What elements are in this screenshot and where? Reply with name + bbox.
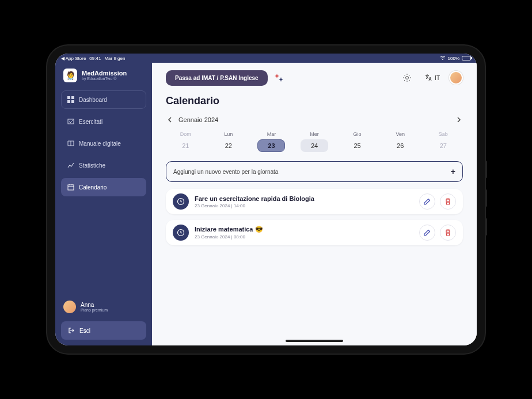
topbar-avatar[interactable] — [449, 71, 463, 85]
day-label: Dom — [180, 131, 191, 137]
day-label: Sab — [439, 131, 448, 137]
svg-rect-2 — [71, 96, 74, 99]
sidebar-item-manual[interactable]: Manuale digitale — [61, 134, 146, 153]
day-number: 22 — [215, 139, 242, 152]
logout-icon — [68, 327, 75, 334]
event-title: Fare un esercitazione rapida di Biologia — [195, 195, 413, 202]
day-number: 24 — [301, 139, 328, 152]
language-switcher[interactable]: IT — [421, 71, 443, 84]
hardware-buttons — [485, 161, 487, 235]
calendar-icon — [67, 184, 74, 191]
sidebar-item-dashboard[interactable]: Dashboard — [61, 90, 146, 109]
status-bar: ◀ App Store 09:41 Mar 9 gen 100% — [55, 54, 477, 63]
week-row: Dom21Lun22Mar23Mer24Gio25Ven26Sab27 — [166, 129, 463, 154]
day-cell[interactable]: Sab27 — [423, 129, 463, 154]
sidebar-item-label: Calendario — [79, 184, 107, 191]
practice-icon — [67, 118, 74, 125]
month-navigation: Gennaio 2024 — [166, 115, 463, 124]
sidebar-item-stats[interactable]: Statistiche — [61, 156, 146, 174]
prev-month-button[interactable] — [166, 115, 175, 124]
event-card[interactable]: Fare un esercitazione rapida di Biologia… — [166, 189, 463, 214]
sidebar-item-practice[interactable]: Esercitati — [61, 112, 146, 131]
logout-label: Esci — [79, 328, 90, 334]
day-cell[interactable]: Mar23 — [252, 129, 291, 154]
stats-icon — [67, 162, 74, 169]
user-name: Anna — [81, 302, 108, 308]
svg-rect-5 — [68, 119, 74, 124]
events-list: Fare un esercitazione rapida di Biologia… — [166, 189, 463, 251]
day-number: 25 — [344, 139, 371, 152]
battery-icon — [462, 56, 471, 60]
sidebar-item-label: Dashboard — [79, 97, 107, 103]
home-indicator[interactable] — [286, 340, 343, 342]
day-number: 23 — [257, 139, 285, 152]
brand-sub: by EducationTwo © — [82, 77, 127, 81]
svg-point-10 — [406, 77, 409, 79]
edit-event-button[interactable] — [419, 193, 435, 210]
svg-point-0 — [442, 59, 443, 60]
upgrade-cta-button[interactable]: Passa ad IMAT / P.SAN Inglese — [166, 70, 268, 86]
tablet-frame: ◀ App Store 09:41 Mar 9 gen 100% 🧑‍⚕️ Me… — [47, 45, 485, 354]
settings-button[interactable] — [399, 70, 415, 86]
svg-rect-3 — [67, 100, 70, 103]
add-event-label: Aggiungi un nuovo evento per la giornata — [173, 169, 278, 175]
main-content: • • • Passa ad IMAT / P.SAN Inglese — [152, 63, 477, 345]
translate-icon — [424, 74, 432, 82]
add-event-button[interactable]: Aggiungi un nuovo evento per la giornata… — [166, 161, 463, 182]
sidebar-item-calendar[interactable]: Calendario — [61, 178, 146, 196]
user-plan: Piano premium — [81, 308, 108, 313]
language-code: IT — [435, 75, 440, 81]
sidebar-item-label: Esercitati — [79, 119, 102, 125]
brand[interactable]: 🧑‍⚕️ MedAdmission by EducationTwo © — [61, 69, 146, 82]
event-card[interactable]: Iniziare matematica 😎 23 Gennaio 2024 | … — [166, 220, 463, 245]
brand-logo-icon: 🧑‍⚕️ — [63, 69, 77, 82]
day-number: 21 — [172, 139, 199, 152]
delete-event-button[interactable] — [440, 193, 456, 210]
status-time: 09:41 — [89, 56, 101, 61]
delete-event-button[interactable] — [440, 225, 456, 241]
wifi-icon — [440, 56, 446, 60]
page-title: Calendario — [166, 95, 463, 107]
book-icon — [67, 140, 74, 147]
event-meta: 23 Gennaio 2024 | 08:00 — [195, 234, 413, 240]
dashboard-icon — [67, 96, 74, 103]
status-back[interactable]: ◀ App Store — [61, 56, 86, 61]
avatar — [63, 301, 76, 313]
day-cell[interactable]: Dom21 — [166, 129, 206, 154]
clock-icon — [173, 225, 189, 241]
day-label: Mer — [310, 131, 319, 137]
next-month-button[interactable] — [454, 115, 463, 124]
day-cell[interactable]: Mer24 — [295, 129, 335, 154]
day-cell[interactable]: Ven26 — [381, 129, 420, 154]
battery-pct: 100% — [448, 56, 459, 61]
sparkle-icon[interactable] — [273, 73, 284, 83]
day-number: 26 — [386, 139, 414, 152]
drag-handle-icon: • • • — [308, 63, 321, 63]
plus-icon: + — [451, 167, 455, 176]
day-number: 27 — [430, 139, 457, 152]
day-label: Ven — [396, 131, 405, 137]
svg-rect-4 — [71, 100, 74, 103]
sidebar: 🧑‍⚕️ MedAdmission by EducationTwo © Dash… — [55, 63, 152, 345]
topbar: Passa ad IMAT / P.SAN Inglese — [166, 70, 463, 86]
event-title: Iniziare matematica 😎 — [195, 226, 413, 233]
day-label: Gio — [354, 131, 362, 137]
svg-rect-6 — [68, 185, 74, 190]
user-block[interactable]: Anna Piano premium — [61, 298, 146, 316]
brand-name: MedAdmission — [82, 70, 127, 77]
sidebar-item-label: Manuale digitale — [79, 140, 121, 147]
day-cell[interactable]: Gio25 — [337, 129, 377, 154]
event-meta: 23 Gennaio 2024 | 14:00 — [195, 203, 413, 208]
logout-button[interactable]: Esci — [61, 321, 146, 340]
status-date: Mar 9 gen — [104, 56, 125, 61]
sidebar-item-label: Statistiche — [79, 162, 105, 169]
edit-event-button[interactable] — [419, 225, 435, 241]
day-cell[interactable]: Lun22 — [209, 129, 249, 154]
sidebar-nav: Dashboard Esercitati Manuale digitale — [61, 90, 146, 196]
screen: ◀ App Store 09:41 Mar 9 gen 100% 🧑‍⚕️ Me… — [55, 54, 477, 345]
month-label: Gennaio 2024 — [178, 116, 218, 123]
clock-icon — [173, 193, 189, 210]
gear-icon — [402, 73, 412, 82]
svg-rect-1 — [67, 96, 70, 99]
day-label: Lun — [224, 131, 233, 137]
